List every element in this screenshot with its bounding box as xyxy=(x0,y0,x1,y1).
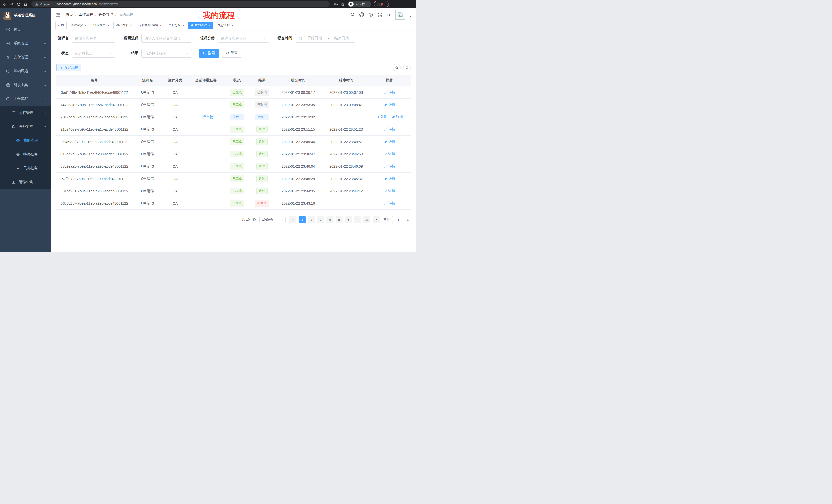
search-button[interactable]: 搜索 xyxy=(199,49,219,58)
tab-close-icon[interactable]: × xyxy=(85,24,87,27)
sidebar-item-todo-task[interactable]: 待办任务 xyxy=(0,147,51,161)
tab[interactable]: 发起流程× xyxy=(215,22,236,29)
status-select-field[interactable] xyxy=(75,51,109,55)
page-size-select[interactable]: 10条/页 xyxy=(259,216,286,223)
sidebar-item-done-task[interactable]: 已办任务 xyxy=(0,161,51,175)
detail-action[interactable]: 详情 xyxy=(384,176,395,181)
reset-button[interactable]: 重置 xyxy=(222,49,242,58)
tab[interactable]: 用户分组× xyxy=(166,22,187,29)
search-icon[interactable] xyxy=(350,12,355,17)
result-select-field[interactable] xyxy=(145,51,186,55)
avatar[interactable] xyxy=(395,10,405,20)
sidebar-item-process-mgmt[interactable]: 流程管理 xyxy=(0,106,51,120)
page-button[interactable]: 5 xyxy=(336,216,343,223)
detail-action[interactable]: 详情 xyxy=(384,189,395,193)
detail-action[interactable]: 详情 xyxy=(392,115,403,119)
status-badge: 已完成 xyxy=(230,200,244,207)
result-badge: 不通过 xyxy=(255,200,269,207)
prev-page-button[interactable] xyxy=(289,216,296,223)
category-select-field[interactable] xyxy=(221,36,263,40)
bookmark-star-icon[interactable] xyxy=(341,2,345,6)
detail-action[interactable]: 详情 xyxy=(384,127,395,132)
show-search-button[interactable] xyxy=(393,64,400,72)
tab[interactable]: 流程定义× xyxy=(68,22,89,29)
tab-close-icon[interactable]: × xyxy=(160,24,162,27)
tab-close-icon[interactable]: × xyxy=(130,24,132,27)
sidebar-item-leave-query[interactable]: 请假查询 xyxy=(0,175,51,189)
tab-label: 流程模型 xyxy=(93,23,106,27)
tab[interactable]: 首页 xyxy=(55,22,67,29)
avatar-caret-icon[interactable] xyxy=(409,16,412,17)
sidebar-item-label: 基础设施 xyxy=(14,69,28,74)
process-name-input[interactable] xyxy=(72,34,115,43)
page-ellipsis-button[interactable]: ··· xyxy=(354,216,361,223)
font-size-icon[interactable]: TT xyxy=(386,12,391,17)
reload-icon[interactable] xyxy=(17,2,21,6)
tab-close-icon[interactable]: × xyxy=(209,24,211,27)
forward-icon[interactable] xyxy=(9,2,14,6)
sidebar-item-task-mgmt[interactable]: 任务管理 xyxy=(0,120,51,134)
detail-action[interactable]: 详情 xyxy=(384,139,395,144)
breadcrumb-item[interactable]: 工作流程 xyxy=(79,12,93,17)
next-page-button[interactable] xyxy=(372,216,380,223)
result-select[interactable] xyxy=(141,49,192,58)
breadcrumb-item[interactable]: 首页 xyxy=(66,12,73,17)
back-icon[interactable] xyxy=(3,2,7,6)
sidebar-item-devtools[interactable]: 研发工具 xyxy=(0,78,51,92)
tab-close-icon[interactable]: × xyxy=(107,24,109,27)
tab[interactable]: 我的流程× xyxy=(188,22,213,29)
tab[interactable]: 流程表单-编辑× xyxy=(136,22,164,29)
page-button[interactable]: 11 xyxy=(363,216,370,223)
current-task-link[interactable]: 一级审批 xyxy=(199,115,213,119)
browser-update-button[interactable]: 更新 xyxy=(374,1,389,7)
sidebar-toggle-icon[interactable] xyxy=(55,12,60,17)
start-date-placeholder[interactable]: 开始日期 xyxy=(304,36,326,40)
security-label[interactable]: 不安全 xyxy=(41,2,50,6)
sidebar-item-workflow[interactable]: 工作流程 xyxy=(0,92,51,106)
create-process-button[interactable]: ＋ 发起流程 xyxy=(56,64,81,72)
tab[interactable]: 流程模型× xyxy=(91,22,112,29)
address-bar[interactable]: 不安全 dashboard.yudao.iocoder.cn/bpm/task/… xyxy=(31,1,330,7)
home-icon[interactable] xyxy=(23,2,28,6)
detail-action[interactable]: 详情 xyxy=(384,151,395,156)
detail-action[interactable]: 详情 xyxy=(384,102,395,107)
process-definition-input-field[interactable] xyxy=(145,36,189,40)
tab[interactable]: 流程表单× xyxy=(113,22,134,29)
page-button[interactable]: 1 xyxy=(298,216,306,223)
process-definition-input[interactable] xyxy=(141,34,192,43)
browser-menu-icon[interactable] xyxy=(386,3,386,6)
sidebar-item-infra[interactable]: 基础设施 xyxy=(0,64,51,78)
detail-action[interactable]: 详情 xyxy=(384,164,395,169)
password-key-icon[interactable] xyxy=(334,2,338,6)
refresh-button[interactable] xyxy=(403,64,411,72)
detail-action[interactable]: 详情 xyxy=(384,90,395,94)
breadcrumb-item[interactable]: 任务管理 xyxy=(99,12,113,17)
page-button[interactable]: 6 xyxy=(345,216,352,223)
sidebar-item-payment[interactable]: ¥ 支付管理 xyxy=(0,50,51,64)
detail-action[interactable]: 详情 xyxy=(384,201,395,205)
cell-process-name: OA 请假 xyxy=(132,152,162,157)
tab-close-icon[interactable]: × xyxy=(231,24,233,27)
page-button[interactable]: 2 xyxy=(308,216,315,223)
page-button[interactable]: 4 xyxy=(326,216,334,223)
category-select[interactable] xyxy=(218,34,269,43)
filter-result: 结果 xyxy=(122,49,192,58)
page-button[interactable]: 3 xyxy=(317,216,324,223)
github-icon[interactable] xyxy=(359,12,364,17)
submit-time-range-picker[interactable]: 开始日期 - 结束日期 xyxy=(295,34,355,43)
goto-page-input[interactable]: 1 xyxy=(392,216,405,223)
cancel-action[interactable]: 取消 xyxy=(376,115,387,119)
fullscreen-icon[interactable] xyxy=(378,12,382,17)
sidebar-item-home[interactable]: 首页 xyxy=(0,23,51,36)
sidebar-item-system[interactable]: 系统管理 xyxy=(0,36,51,50)
tab-close-icon[interactable]: × xyxy=(183,24,184,27)
status-select[interactable] xyxy=(72,49,115,58)
app-logo[interactable]: 芋道管理系统 xyxy=(0,8,51,23)
result-badge: 处理中 xyxy=(255,114,269,120)
sidebar-item-my-process[interactable]: 我的流程 xyxy=(0,134,51,147)
help-icon[interactable] xyxy=(368,12,373,17)
result-badge: 已取消 xyxy=(255,101,269,108)
process-name-input-field[interactable] xyxy=(75,36,112,40)
end-date-placeholder[interactable]: 结束日期 xyxy=(331,36,352,40)
status-badge: 已完成 xyxy=(230,126,244,133)
